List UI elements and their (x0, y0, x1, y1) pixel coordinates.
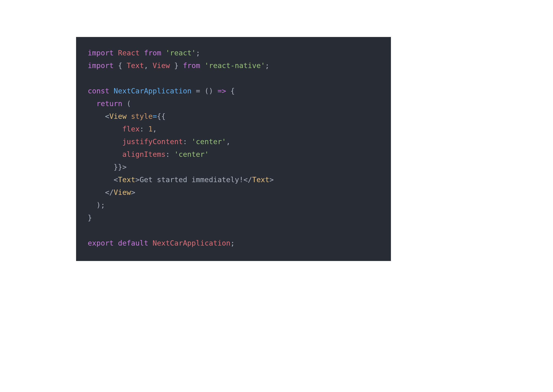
code-token: flex (122, 125, 140, 133)
code-token: }}> (114, 163, 126, 171)
code-token (140, 49, 144, 57)
code-token: NextCarApplication (114, 87, 191, 95)
code-token: View (109, 112, 126, 120)
code-token (126, 112, 131, 120)
code-token: Text (252, 175, 269, 184)
code-token: return (96, 99, 122, 108)
code-token: ; (265, 61, 269, 70)
code-token: 1 (148, 125, 153, 133)
code-token (88, 137, 114, 146)
code-token: 'react' (166, 49, 196, 57)
code-token (114, 137, 122, 146)
code-token: = (153, 112, 157, 120)
code-token (88, 163, 114, 171)
code-token (114, 49, 118, 57)
code-token: NextCarApplication (153, 239, 230, 247)
code-token: default (118, 239, 148, 247)
code-token: < (105, 112, 109, 120)
code-token: < (114, 175, 118, 184)
code-token: export (88, 239, 114, 247)
code-block: import React from 'react'; import { Text… (76, 37, 391, 261)
code-token (148, 239, 153, 247)
code-token (88, 99, 96, 108)
code-token: 'center' (174, 150, 209, 159)
code-token: } (88, 213, 92, 222)
code-token: Get started immediately! (140, 175, 243, 184)
code-token (88, 112, 105, 120)
code-token: { (226, 87, 235, 95)
code-token: View (153, 61, 170, 70)
code-token: , (144, 61, 153, 70)
code-token: import (88, 49, 114, 57)
code-token: </ (105, 188, 114, 196)
code-token: } (170, 61, 183, 70)
code-token: ( (122, 99, 131, 108)
code-token: from (144, 49, 161, 57)
code-token (109, 87, 113, 95)
code-token: ; (231, 239, 235, 247)
code-token (88, 150, 114, 159)
code-token (114, 150, 122, 159)
code-token: ; (196, 49, 200, 57)
code-token: 'center' (191, 137, 226, 146)
code-token: : (140, 125, 148, 133)
code-token (88, 125, 114, 133)
code-token: > (131, 188, 135, 196)
code-token: {{ (157, 112, 166, 120)
code-token: Text (126, 61, 144, 70)
code-token: = () (191, 87, 217, 95)
code-token: const (88, 87, 109, 95)
code-token: style (131, 112, 153, 120)
code-token: , (226, 137, 230, 146)
code-token: : (165, 150, 174, 159)
code-token: alignItems (122, 150, 166, 159)
code-token: > (269, 175, 274, 184)
code-token: : (183, 137, 191, 146)
code-token: { (114, 61, 126, 70)
code-token (88, 201, 96, 209)
code-token (88, 188, 105, 196)
code-token (161, 49, 165, 57)
code-token (114, 239, 118, 247)
code-token: > (135, 175, 140, 184)
code-token: from (183, 61, 200, 70)
code-token (88, 175, 114, 184)
code-token: justifyContent (122, 137, 183, 146)
code-token: </ (243, 175, 252, 184)
code-token (114, 125, 122, 133)
code-token: View (114, 188, 131, 196)
code-token: React (118, 49, 140, 57)
code-token: ); (96, 201, 105, 209)
code-token (200, 61, 204, 70)
code-token: => (217, 87, 226, 95)
code-token: 'react-native' (204, 61, 265, 70)
code-token: import (88, 61, 114, 70)
code-token: , (153, 125, 157, 133)
code-token: Text (118, 175, 135, 184)
